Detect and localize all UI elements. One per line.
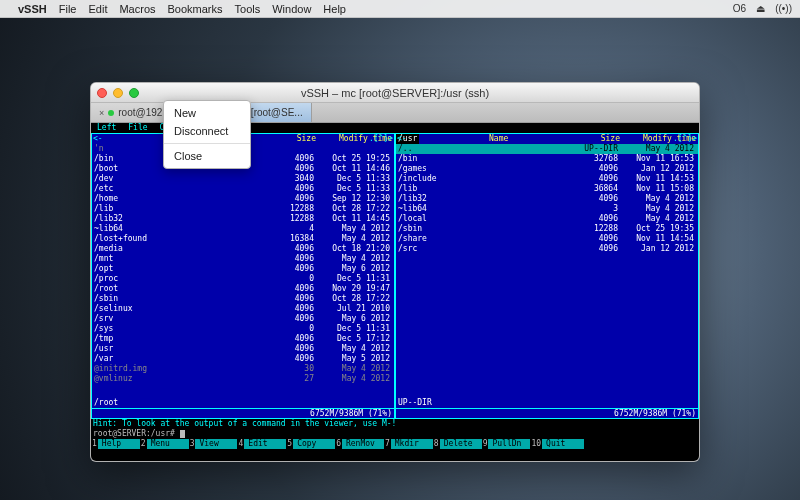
ctx-new[interactable]: New [164,104,250,122]
file-row[interactable]: /etc4096Dec 5 11:33 [92,184,394,194]
fkey-10[interactable]: 10Quit [530,439,584,449]
file-name: ~lib64 [94,224,272,234]
file-row[interactable]: /var4096May 5 2012 [92,354,394,364]
file-row[interactable]: /mnt4096May 4 2012 [92,254,394,264]
panel-rows: 'n/bin4096Oct 25 19:25/boot4096Oct 11 14… [92,144,394,398]
file-date: Dec 5 11:31 [314,274,392,284]
menu-window[interactable]: Window [272,3,311,15]
file-row[interactable]: /lib12288Oct 28 17:22 [92,204,394,214]
file-row[interactable]: /sbin4096Oct 28 17:22 [92,294,394,304]
file-row[interactable]: /local4096May 4 2012 [396,214,698,224]
file-row[interactable]: /home4096Sep 12 12:30 [92,194,394,204]
file-date: Nov 11 14:53 [618,174,696,184]
close-icon[interactable]: × [99,108,104,118]
macos-menubar: vSSH File Edit Macros Bookmarks Tools Wi… [0,0,800,18]
corner-left-icon: <- [397,134,407,144]
ctx-close[interactable]: Close [164,147,250,165]
file-row[interactable]: /lib36864Nov 11 15:08 [396,184,698,194]
file-name: /tmp [94,334,272,344]
file-row[interactable]: /opt4096May 6 2012 [92,264,394,274]
file-date: May 6 2012 [314,314,392,324]
ctx-disconnect[interactable]: Disconnect [164,122,250,140]
file-date: Nov 11 15:08 [618,184,696,194]
file-row[interactable]: /media4096Oct 18 21:20 [92,244,394,254]
menu-help[interactable]: Help [323,3,346,15]
terminal[interactable]: Left File Command O <- .[^]> Name Size M… [91,123,699,461]
fkey-num: 5 [286,439,293,449]
fkey-8[interactable]: 8Delete [433,439,482,449]
file-row[interactable]: /usr4096May 4 2012 [92,344,394,354]
file-row[interactable]: /games4096Jan 12 2012 [396,164,698,174]
status-icon-3[interactable]: ((•)) [775,3,792,14]
menu-bookmarks[interactable]: Bookmarks [168,3,223,15]
fkey-2[interactable]: 2Menu [140,439,189,449]
close-button[interactable] [97,88,107,98]
mc-menu-file[interactable]: File [122,123,153,133]
file-row[interactable]: /selinux4096Jul 21 2010 [92,304,394,314]
file-size: 4096 [272,154,314,164]
file-row[interactable]: /share4096Nov 11 14:54 [396,234,698,244]
mc-panel-right[interactable]: <- .[^]> /usr Name Size Modify time /..U… [395,133,699,419]
fkey-num: 7 [384,439,391,449]
file-name: /opt [94,264,272,274]
panel-stats: 6752M/9386M (71%) [396,408,698,418]
file-row[interactable]: /..UP--DIRMay 4 2012 [396,144,698,154]
file-row[interactable]: /lost+found16384May 4 2012 [92,234,394,244]
fkey-5[interactable]: 5Copy [286,439,335,449]
file-date: May 4 2012 [314,234,392,244]
file-name: /bin [398,154,576,164]
file-date: Dec 5 11:31 [314,324,392,334]
file-size: 16384 [272,234,314,244]
mc-menu-left[interactable]: Left [91,123,122,133]
mc-panel-left[interactable]: <- .[^]> Name Size Modify time 'n/bin409… [91,133,395,419]
file-size: 0 [272,324,314,334]
fkey-label: PullDn [488,439,530,449]
file-row[interactable]: /dev3040Dec 5 11:33 [92,174,394,184]
panel-footer: /root [92,398,394,408]
file-date: May 6 2012 [314,264,392,274]
menu-file[interactable]: File [59,3,77,15]
file-size: 32768 [576,154,618,164]
menu-tools[interactable]: Tools [235,3,261,15]
app-name[interactable]: vSSH [18,3,47,15]
fkey-9[interactable]: 9PullDn [482,439,531,449]
status-icon-1[interactable]: O6 [733,3,746,14]
status-icon-2[interactable]: ⏏ [756,3,765,14]
file-name: /lib [94,204,272,214]
corner-left-icon: <- [93,134,103,144]
file-row[interactable]: @vmlinuz27May 4 2012 [92,374,394,384]
menu-macros[interactable]: Macros [119,3,155,15]
zoom-button[interactable] [129,88,139,98]
file-size: 4096 [272,284,314,294]
file-row[interactable]: /sys0Dec 5 11:31 [92,324,394,334]
file-size: 3 [576,204,618,214]
file-row[interactable]: @initrd.img30May 4 2012 [92,364,394,374]
fkey-7[interactable]: 7Mkdir [384,439,433,449]
file-date [314,144,392,154]
file-size: 4096 [576,174,618,184]
file-row[interactable]: /sbin12288Oct 25 19:35 [396,224,698,234]
file-row[interactable]: /include4096Nov 11 14:53 [396,174,698,184]
fkey-4[interactable]: 4Edit [237,439,286,449]
file-row[interactable]: /root4096Nov 29 19:47 [92,284,394,294]
file-name: /selinux [94,304,272,314]
shell-prompt[interactable]: root@SERVER:/usr# [91,429,699,439]
file-row[interactable]: /lib324096May 4 2012 [396,194,698,204]
file-row[interactable]: /proc0Dec 5 11:31 [92,274,394,284]
file-row[interactable]: /srv4096May 6 2012 [92,314,394,324]
menu-edit[interactable]: Edit [88,3,107,15]
file-row[interactable]: ~lib644May 4 2012 [92,224,394,234]
file-row[interactable]: /bin32768Nov 11 16:53 [396,154,698,164]
fkey-6[interactable]: 6RenMov [335,439,384,449]
file-row[interactable]: /src4096Jan 12 2012 [396,244,698,254]
file-row[interactable]: ~lib643May 4 2012 [396,204,698,214]
minimize-button[interactable] [113,88,123,98]
file-row[interactable]: /lib3212288Oct 11 14:45 [92,214,394,224]
fkey-label: View [195,439,237,449]
file-size: 4096 [272,184,314,194]
fkey-1[interactable]: 1Help [91,439,140,449]
file-row[interactable]: /tmp4096Dec 5 17:12 [92,334,394,344]
fkey-3[interactable]: 3View [189,439,238,449]
file-size: 4096 [576,214,618,224]
file-date: Sep 12 12:30 [314,194,392,204]
